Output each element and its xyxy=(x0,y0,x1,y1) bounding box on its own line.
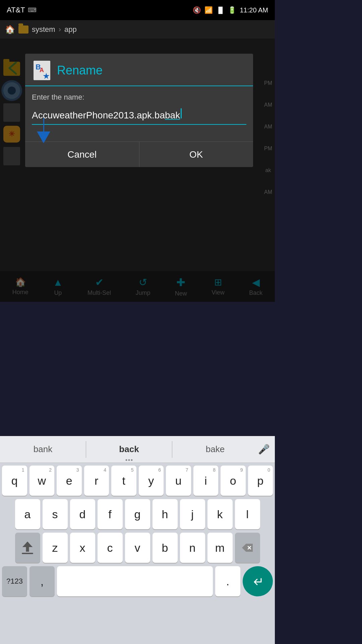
key-number: 2 xyxy=(49,467,52,473)
dialog-body: Enter the name: AccuweatherPhone2013.apk… xyxy=(25,86,253,130)
key-x[interactable]: x xyxy=(70,533,95,563)
key-g[interactable]: g xyxy=(125,499,150,529)
key-d[interactable]: d xyxy=(70,499,95,529)
suggestion-bank[interactable]: bank xyxy=(0,436,86,463)
shift-key[interactable] xyxy=(15,533,40,563)
microphone-icon[interactable]: 🎤 xyxy=(258,444,275,455)
key-l[interactable]: l xyxy=(235,499,260,529)
space-key[interactable] xyxy=(57,566,213,596)
key-row-3: z x c v b n m xyxy=(2,533,273,563)
text-cursor xyxy=(181,108,182,118)
breadcrumb-system[interactable]: system xyxy=(32,25,55,34)
battery-icon: 🔋 xyxy=(228,6,236,14)
carrier-info: AT&T ⌨ xyxy=(7,6,37,14)
suggestion-text: back xyxy=(119,444,139,454)
suggestion-text: bank xyxy=(34,444,52,454)
key-number: 3 xyxy=(76,467,79,473)
suggestion-text: bake xyxy=(206,444,225,454)
suggestion-back[interactable]: back xyxy=(86,436,172,463)
breadcrumb: 🏠 system › app xyxy=(0,20,275,39)
rename-dialog: Rename Enter the name: AccuweatherPhone2… xyxy=(25,54,253,167)
shift-underline xyxy=(22,553,33,554)
ok-button[interactable]: OK xyxy=(139,142,253,167)
key-i[interactable]: 8i xyxy=(193,466,219,496)
key-b[interactable]: b xyxy=(153,533,178,563)
input-text-display[interactable]: AccuweatherPhone2013.apk.baba k xyxy=(32,107,246,125)
symbols-key[interactable]: ?123 xyxy=(2,566,27,596)
key-number: 0 xyxy=(267,467,270,473)
key-number: 4 xyxy=(104,467,106,473)
key-j[interactable]: j xyxy=(180,499,205,529)
backspace-icon xyxy=(241,543,253,552)
wifi-icon: 📶 xyxy=(204,6,213,14)
folder-icon xyxy=(18,25,28,34)
selection-handle xyxy=(37,118,50,143)
input-text-line1: AccuweatherPhone2013.apk.ba xyxy=(32,108,165,122)
key-s[interactable]: s xyxy=(43,499,68,529)
key-c[interactable]: c xyxy=(98,533,123,563)
key-z[interactable]: z xyxy=(43,533,68,563)
symbols-label: ?123 xyxy=(6,577,23,586)
key-o[interactable]: 9o xyxy=(221,466,246,496)
key-u[interactable]: 7u xyxy=(166,466,191,496)
suggestions-bar: bank back bake 🎤 xyxy=(0,436,275,463)
key-p[interactable]: 0p xyxy=(248,466,273,496)
dialog-input-area[interactable]: AccuweatherPhone2013.apk.baba k xyxy=(32,107,246,125)
key-n[interactable]: n xyxy=(180,533,205,563)
mute-icon: 🔇 xyxy=(193,6,201,14)
input-text-line2: k xyxy=(175,108,180,122)
backspace-key[interactable] xyxy=(235,533,260,563)
key-number: 6 xyxy=(158,467,161,473)
key-v[interactable]: v xyxy=(125,533,150,563)
enter-icon xyxy=(251,575,264,588)
key-f[interactable]: f xyxy=(98,499,123,529)
carrier-name: AT&T xyxy=(7,6,25,14)
dialog-icon xyxy=(32,60,52,80)
dialog-label: Enter the name: xyxy=(32,93,246,102)
suggestion-bake[interactable]: bake xyxy=(172,436,258,463)
star-decoration xyxy=(43,73,50,79)
key-number: 8 xyxy=(213,467,216,473)
breadcrumb-separator: › xyxy=(59,25,61,34)
key-t[interactable]: 5t xyxy=(111,466,136,496)
keyboard-rows: 1q 2w 3e 4r 5t 6y 7u 8i xyxy=(0,463,275,644)
home-icon: 🏠 xyxy=(5,25,15,34)
time-display: 11:20 AM xyxy=(240,6,268,14)
key-r[interactable]: 4r xyxy=(84,466,109,496)
status-bar: AT&T ⌨ 🔇 📶 ▐▌ 🔋 11:20 AM xyxy=(0,0,275,20)
key-y[interactable]: 6y xyxy=(139,466,164,496)
key-e[interactable]: 3e xyxy=(57,466,82,496)
status-icons: 🔇 📶 ▐▌ 🔋 11:20 AM xyxy=(193,6,268,14)
dialog-buttons: Cancel OK xyxy=(25,142,253,167)
keyboard-icon: ⌨ xyxy=(28,6,37,14)
key-m[interactable]: m xyxy=(207,533,233,563)
file-manager-background: 🏠 system › app xyxy=(0,20,275,302)
comma-key[interactable]: , xyxy=(29,566,55,596)
key-row-4: ?123 , . xyxy=(2,566,273,596)
key-q[interactable]: 1q xyxy=(2,466,27,496)
shift-icon xyxy=(22,542,33,552)
breadcrumb-app[interactable]: app xyxy=(64,25,77,34)
enter-key[interactable] xyxy=(243,566,273,596)
dialog-header: Rename xyxy=(25,54,253,86)
dialog-title: Rename xyxy=(57,63,103,77)
key-k[interactable]: k xyxy=(207,499,233,529)
key-row-1: 1q 2w 3e 4r 5t 6y 7u 8i xyxy=(2,466,273,496)
period-key[interactable]: . xyxy=(215,566,240,596)
document-icon xyxy=(34,61,50,80)
key-number: 5 xyxy=(131,467,134,473)
keyboard: bank back bake 🎤 1q 2w 3e xyxy=(0,436,275,644)
suggestion-dots xyxy=(126,459,133,461)
key-row-2: a s d f g h j k l xyxy=(2,499,273,529)
key-number: 7 xyxy=(186,467,188,473)
input-text-underlined: ba xyxy=(165,108,175,122)
key-w[interactable]: 2w xyxy=(29,466,55,496)
cancel-button[interactable]: Cancel xyxy=(25,142,139,167)
key-a[interactable]: a xyxy=(15,499,40,529)
signal-icon: ▐▌ xyxy=(216,7,225,14)
key-h[interactable]: h xyxy=(153,499,178,529)
key-number: 9 xyxy=(240,467,243,473)
key-number: 1 xyxy=(22,467,24,473)
